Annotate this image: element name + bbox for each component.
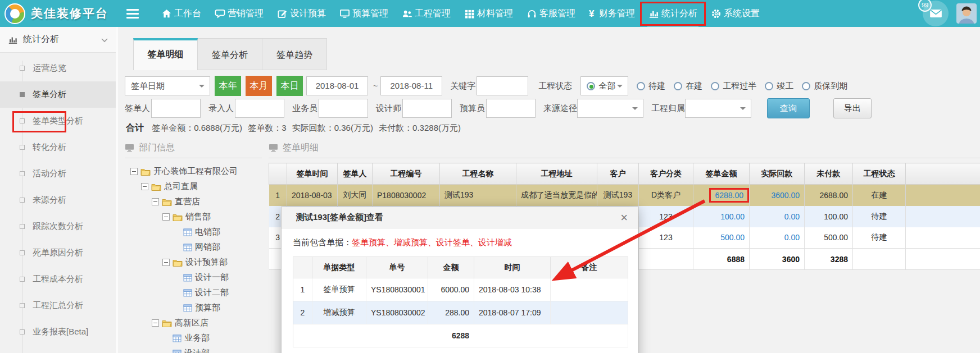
tree-node-budget-dept[interactable]: 预算部 [125,300,262,315]
nav-item-workbench[interactable]: 工作台 [158,0,205,27]
tree-node-tele-sales[interactable]: 电销部 [125,224,262,240]
sidebar-item-sign-type-analysis[interactable]: 签单类型分析 [0,108,116,134]
status-badge: 待建 [853,227,906,249]
modal-header: 测试193[签单金额]查看 × [282,207,638,228]
cell-sign-time: 2018-08-03 [287,185,338,206]
tree-node-business-dept[interactable]: 业务部 [125,331,262,346]
tab-sign-trend[interactable]: 签单趋势 [262,38,327,70]
column-project-name: 工程名称 [440,163,516,185]
column-signer: 签单人 [338,163,373,185]
nav-item-customer-service[interactable]: 客服管理 [523,0,579,27]
collapse-icon[interactable] [152,198,159,205]
sidebar-item-label: 工程成本分析 [33,274,83,285]
status-radio-finished[interactable]: 竣工 [765,81,793,91]
tree-node-gaoxin-store[interactable]: 高新区店 [125,315,262,331]
collapse-icon[interactable] [162,259,170,266]
sidebar-item-activity-analysis[interactable]: 活动分析 [0,161,116,187]
collapse-icon[interactable] [152,319,159,327]
modal-total-row: 6288 [293,324,628,347]
nav-item-material-mgmt[interactable]: 材料管理 [461,0,516,27]
tree-node-company[interactable]: 开心装饰工程有限公司 [125,164,262,179]
sidebar-item-project-cost-analysis[interactable]: 工程成本分析 [0,266,116,292]
nav-item-budget-mgmt[interactable]: 预算管理 [336,0,392,27]
collapse-icon[interactable] [162,213,170,221]
sidebar-item-label: 签单分析 [33,89,66,100]
modal-cell-index: 2 [293,301,312,324]
sidebar-section-statistics[interactable]: 统计分析 [0,27,116,53]
sign-amount-link[interactable]: 100.00 [720,212,745,221]
messages-button[interactable]: 99 [923,1,949,26]
sidebar-item-source-analysis[interactable]: 来源分析 [0,187,116,213]
sidebar-item-project-summary-analysis[interactable]: 工程汇总分析 [0,292,116,319]
sign-detail-panel-title: 签单明细 [283,142,319,154]
collapse-icon[interactable] [130,168,138,175]
tree-node-design-budget-dept[interactable]: 设计预算部 [125,255,262,270]
column-sign-amount: 签单金额 [693,163,750,185]
tree-node-sales-dept[interactable]: 销售部 [125,209,262,224]
nav-item-design-budget[interactable]: 设计预算 [274,0,329,27]
date-field-select[interactable]: 签单日期 [125,76,210,95]
nav-item-statistics[interactable]: 统计分析 [645,0,701,27]
nav-item-marketing[interactable]: 营销管理 [211,0,267,27]
salesman-input[interactable] [319,99,368,118]
nav-item-finance-mgmt[interactable]: ¥ 财务管理 [586,0,638,27]
entry-person-input[interactable] [235,99,284,118]
table-row-1[interactable]: 1 2018-08-03 刘大同 P1808030002 测试193 成都了适当… [269,185,980,206]
tree-node-web-sales[interactable]: 网销部 [125,240,262,255]
modal-table-header-row: 单据类型 单号 金额 时间 备注 [293,257,628,278]
sidebar-item-sign-analysis[interactable]: 签单分析 [0,81,116,108]
sidebar-item-dead-order-analysis[interactable]: 死单原因分析 [0,240,116,266]
sidebar-item-business-report-beta[interactable]: 业务报表[Beta] [0,319,116,345]
sidebar-item-operations-overview[interactable]: 运营总览 [0,55,116,81]
tree-node-design-2[interactable]: 设计二部 [125,285,262,300]
status-radio-building[interactable]: 在建 [674,81,702,91]
nav-item-project-mgmt[interactable]: 工程管理 [398,0,454,27]
close-icon[interactable]: × [620,212,628,224]
keyword-input[interactable] [477,76,528,95]
sign-amount-link[interactable]: 500.00 [720,233,745,242]
nav-label: 工作台 [174,8,201,20]
status-radio-warranty-expired[interactable]: 质保到期 [802,81,847,91]
quick-this-month-button[interactable]: 本月 [246,76,272,96]
sidebar-item-track-count-analysis[interactable]: 跟踪次数分析 [0,213,116,240]
tree-node-design-dept[interactable]: 设计部 [125,346,262,353]
sign-amount-link[interactable]: 6288.00 [709,188,749,203]
tree-node-direct-store[interactable]: 直营店 [125,194,262,209]
date-to-input[interactable]: 2018-08-11 [380,76,442,95]
cell-project-code: P1808030002 [373,185,440,206]
sidebar-divider [116,27,118,353]
status-radio-pending[interactable]: 待建 [637,81,665,91]
received-amount-link[interactable]: 0.00 [784,233,800,242]
tree-node-hq-direct[interactable]: 总司直属 [125,179,262,194]
nav-item-system-settings[interactable]: 系统设置 [707,0,763,27]
designer-input[interactable] [402,99,452,118]
quick-this-year-button[interactable]: 本年 [215,76,241,96]
tree-node-design-1[interactable]: 设计一部 [125,270,262,285]
quick-today-button[interactable]: 本日 [276,76,303,96]
user-avatar[interactable] [956,3,977,24]
tab-sign-analysis[interactable]: 签单分析 [198,38,262,70]
column-customer-category: 客户分类 [639,163,693,185]
status-radio-all[interactable]: 全部 [580,76,628,95]
received-amount-link[interactable]: 3600.00 [771,191,800,200]
summary-label: 合计 [126,123,144,132]
cell-signer: 刘大同 [338,185,373,206]
status-radio-half-done[interactable]: 工程过半 [711,81,756,91]
folder-icon [151,183,161,191]
collapse-icon[interactable] [141,183,148,190]
menu-toggle-icon[interactable] [126,7,139,21]
cell-project-address: 成都了适当放宽是假的 [516,185,597,206]
received-amount-link[interactable]: 0.00 [784,212,800,221]
signer-input[interactable] [151,99,201,118]
main-nav: 工作台 营销管理 设计预算 预算管理 工程管理 材料管理 客服管理 ¥ 财务管理 [158,0,770,27]
sidebar-item-conversion-analysis[interactable]: 转化分析 [0,134,116,161]
included-docs-label: 当前包含单据： [293,237,352,247]
project-belong-select[interactable] [685,99,751,118]
date-from-input[interactable]: 2018-08-01 [306,76,368,95]
source-channel-select[interactable] [577,99,643,118]
query-button[interactable]: 查询 [767,98,810,118]
tab-sign-detail[interactable]: 签单明细 [133,38,198,70]
export-button[interactable]: 导出 [833,98,872,118]
table-icon [173,350,182,353]
estimator-input[interactable] [486,99,536,118]
